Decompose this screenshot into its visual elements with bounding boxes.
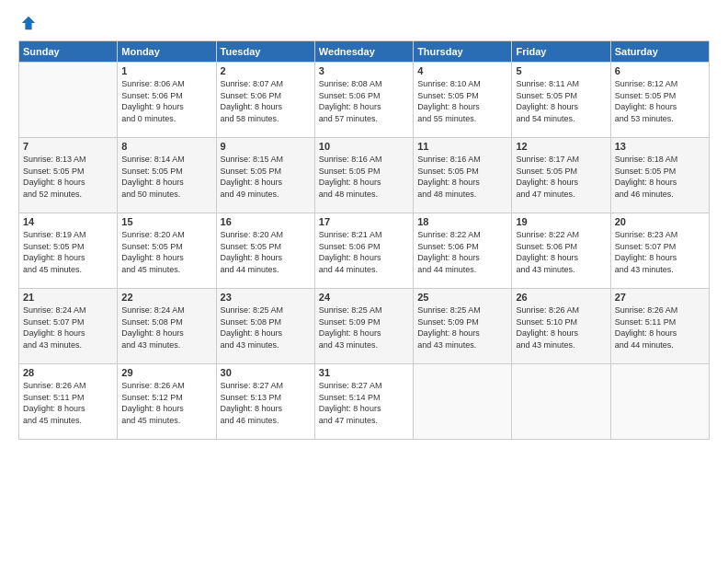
weekday-header-row: SundayMondayTuesdayWednesdayThursdayFrid…: [19, 41, 710, 63]
day-number: 30: [221, 367, 311, 378]
svg-marker-0: [22, 17, 35, 29]
day-number: 2: [221, 65, 311, 76]
day-info: Sunrise: 8:27 AMSunset: 5:13 PMDaylight:…: [221, 380, 311, 426]
calendar-table: SundayMondayTuesdayWednesdayThursdayFrid…: [18, 40, 710, 440]
calendar-cell: 13Sunrise: 8:18 AMSunset: 5:05 PMDayligh…: [610, 138, 709, 213]
calendar-cell: 31Sunrise: 8:27 AMSunset: 5:14 PMDayligh…: [314, 364, 413, 440]
day-number: 25: [417, 292, 507, 303]
day-number: 9: [221, 141, 311, 152]
day-number: 11: [417, 141, 507, 152]
day-info: Sunrise: 8:23 AMSunset: 5:07 PMDaylight:…: [615, 229, 705, 275]
day-number: 14: [23, 216, 113, 227]
header: [18, 15, 710, 31]
calendar-cell: 20Sunrise: 8:23 AMSunset: 5:07 PMDayligh…: [610, 213, 709, 289]
day-number: 12: [516, 141, 606, 152]
calendar-cell: 3Sunrise: 8:08 AMSunset: 5:06 PMDaylight…: [314, 63, 413, 138]
day-info: Sunrise: 8:26 AMSunset: 5:12 PMDaylight:…: [121, 380, 211, 426]
day-info: Sunrise: 8:14 AMSunset: 5:05 PMDaylight:…: [121, 154, 211, 200]
day-number: 22: [121, 292, 211, 303]
day-info: Sunrise: 8:26 AMSunset: 5:11 PMDaylight:…: [615, 304, 705, 350]
day-info: Sunrise: 8:16 AMSunset: 5:05 PMDaylight:…: [319, 154, 409, 200]
calendar-cell: 24Sunrise: 8:25 AMSunset: 5:09 PMDayligh…: [314, 289, 413, 364]
day-info: Sunrise: 8:11 AMSunset: 5:05 PMDaylight:…: [516, 78, 606, 124]
day-info: Sunrise: 8:22 AMSunset: 5:06 PMDaylight:…: [417, 229, 507, 275]
calendar-cell: 29Sunrise: 8:26 AMSunset: 5:12 PMDayligh…: [118, 364, 216, 440]
calendar-cell: 22Sunrise: 8:24 AMSunset: 5:08 PMDayligh…: [118, 289, 216, 364]
day-number: 17: [319, 216, 409, 227]
day-info: Sunrise: 8:15 AMSunset: 5:05 PMDaylight:…: [221, 154, 311, 200]
day-info: Sunrise: 8:13 AMSunset: 5:05 PMDaylight:…: [23, 154, 113, 200]
day-number: 7: [23, 141, 113, 152]
calendar-cell: 23Sunrise: 8:25 AMSunset: 5:08 PMDayligh…: [216, 289, 314, 364]
day-info: Sunrise: 8:10 AMSunset: 5:05 PMDaylight:…: [417, 78, 507, 124]
day-number: 24: [319, 292, 409, 303]
day-info: Sunrise: 8:25 AMSunset: 5:08 PMDaylight:…: [221, 304, 311, 350]
day-number: 27: [615, 292, 705, 303]
calendar-cell: 10Sunrise: 8:16 AMSunset: 5:05 PMDayligh…: [314, 138, 413, 213]
weekday-monday: Monday: [118, 41, 216, 63]
day-info: Sunrise: 8:07 AMSunset: 5:06 PMDaylight:…: [221, 78, 311, 124]
calendar-cell: 7Sunrise: 8:13 AMSunset: 5:05 PMDaylight…: [19, 138, 118, 213]
day-info: Sunrise: 8:17 AMSunset: 5:05 PMDaylight:…: [516, 154, 606, 200]
calendar-cell: 15Sunrise: 8:20 AMSunset: 5:05 PMDayligh…: [118, 213, 216, 289]
day-info: Sunrise: 8:08 AMSunset: 5:06 PMDaylight:…: [319, 78, 409, 124]
day-number: 26: [516, 292, 606, 303]
day-number: 31: [319, 367, 409, 378]
calendar-cell: 14Sunrise: 8:19 AMSunset: 5:05 PMDayligh…: [19, 213, 118, 289]
day-info: Sunrise: 8:21 AMSunset: 5:06 PMDaylight:…: [319, 229, 409, 275]
week-row-5: 28Sunrise: 8:26 AMSunset: 5:11 PMDayligh…: [19, 364, 710, 440]
day-info: Sunrise: 8:27 AMSunset: 5:14 PMDaylight:…: [319, 380, 409, 426]
day-number: 20: [615, 216, 705, 227]
day-number: 5: [516, 65, 606, 76]
day-info: Sunrise: 8:12 AMSunset: 5:05 PMDaylight:…: [615, 78, 705, 124]
weekday-saturday: Saturday: [610, 41, 709, 63]
day-info: Sunrise: 8:19 AMSunset: 5:05 PMDaylight:…: [23, 229, 113, 275]
day-info: Sunrise: 8:20 AMSunset: 5:05 PMDaylight:…: [221, 229, 311, 275]
day-info: Sunrise: 8:16 AMSunset: 5:05 PMDaylight:…: [417, 154, 507, 200]
calendar-cell: 16Sunrise: 8:20 AMSunset: 5:05 PMDayligh…: [216, 213, 314, 289]
day-number: 15: [121, 216, 211, 227]
day-number: 18: [417, 216, 507, 227]
calendar-cell: 2Sunrise: 8:07 AMSunset: 5:06 PMDaylight…: [216, 63, 314, 138]
calendar-cell: 6Sunrise: 8:12 AMSunset: 5:05 PMDaylight…: [610, 63, 709, 138]
calendar-cell: 12Sunrise: 8:17 AMSunset: 5:05 PMDayligh…: [512, 138, 610, 213]
day-number: 29: [121, 367, 211, 378]
calendar-cell: 8Sunrise: 8:14 AMSunset: 5:05 PMDaylight…: [118, 138, 216, 213]
calendar-cell: 18Sunrise: 8:22 AMSunset: 5:06 PMDayligh…: [414, 213, 512, 289]
logo: [18, 15, 37, 31]
day-number: 8: [121, 141, 211, 152]
day-info: Sunrise: 8:24 AMSunset: 5:07 PMDaylight:…: [23, 304, 113, 350]
week-row-1: 1Sunrise: 8:06 AMSunset: 5:06 PMDaylight…: [19, 63, 710, 138]
calendar-cell: [610, 364, 709, 440]
day-info: Sunrise: 8:24 AMSunset: 5:08 PMDaylight:…: [121, 304, 211, 350]
day-number: 21: [23, 292, 113, 303]
calendar-cell: [512, 364, 610, 440]
calendar-cell: 19Sunrise: 8:22 AMSunset: 5:06 PMDayligh…: [512, 213, 610, 289]
calendar-cell: [19, 63, 118, 138]
weekday-sunday: Sunday: [19, 41, 118, 63]
calendar-cell: 30Sunrise: 8:27 AMSunset: 5:13 PMDayligh…: [216, 364, 314, 440]
calendar-cell: 17Sunrise: 8:21 AMSunset: 5:06 PMDayligh…: [314, 213, 413, 289]
weekday-friday: Friday: [512, 41, 610, 63]
calendar-cell: 5Sunrise: 8:11 AMSunset: 5:05 PMDaylight…: [512, 63, 610, 138]
day-info: Sunrise: 8:18 AMSunset: 5:05 PMDaylight:…: [615, 154, 705, 200]
day-info: Sunrise: 8:26 AMSunset: 5:11 PMDaylight:…: [23, 380, 113, 426]
calendar-cell: 9Sunrise: 8:15 AMSunset: 5:05 PMDaylight…: [216, 138, 314, 213]
calendar-cell: 27Sunrise: 8:26 AMSunset: 5:11 PMDayligh…: [610, 289, 709, 364]
calendar-cell: 21Sunrise: 8:24 AMSunset: 5:07 PMDayligh…: [19, 289, 118, 364]
day-number: 1: [121, 65, 211, 76]
day-info: Sunrise: 8:26 AMSunset: 5:10 PMDaylight:…: [516, 304, 606, 350]
day-number: 19: [516, 216, 606, 227]
week-row-3: 14Sunrise: 8:19 AMSunset: 5:05 PMDayligh…: [19, 213, 710, 289]
day-number: 10: [319, 141, 409, 152]
day-info: Sunrise: 8:25 AMSunset: 5:09 PMDaylight:…: [319, 304, 409, 350]
calendar-cell: 25Sunrise: 8:25 AMSunset: 5:09 PMDayligh…: [414, 289, 512, 364]
week-row-4: 21Sunrise: 8:24 AMSunset: 5:07 PMDayligh…: [19, 289, 710, 364]
calendar-cell: 26Sunrise: 8:26 AMSunset: 5:10 PMDayligh…: [512, 289, 610, 364]
calendar-cell: 11Sunrise: 8:16 AMSunset: 5:05 PMDayligh…: [414, 138, 512, 213]
logo-icon: [20, 15, 37, 31]
calendar-cell: 4Sunrise: 8:10 AMSunset: 5:05 PMDaylight…: [414, 63, 512, 138]
day-number: 6: [615, 65, 705, 76]
day-number: 3: [319, 65, 409, 76]
day-number: 28: [23, 367, 113, 378]
